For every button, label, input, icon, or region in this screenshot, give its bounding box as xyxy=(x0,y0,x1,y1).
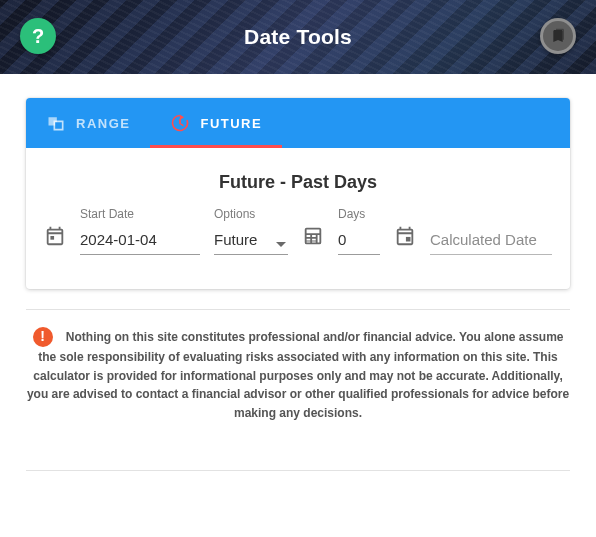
options-label: Options xyxy=(214,207,288,221)
options-select[interactable] xyxy=(214,227,288,255)
tab-future[interactable]: FUTURE xyxy=(150,98,282,148)
calendar-icon[interactable] xyxy=(44,225,66,255)
calculator-icon xyxy=(302,225,324,255)
future-icon xyxy=(170,113,190,133)
page-title: Date Tools xyxy=(0,0,596,74)
section-title: Future - Past Days xyxy=(44,166,552,207)
tab-future-label: FUTURE xyxy=(200,116,262,131)
tab-range[interactable]: RANGE xyxy=(26,98,150,148)
divider xyxy=(26,470,570,471)
start-date-label: Start Date xyxy=(80,207,200,221)
start-date-input[interactable] xyxy=(80,227,200,255)
bookmarks-button[interactable] xyxy=(540,18,576,54)
tab-bar: RANGE FUTURE xyxy=(26,98,570,148)
disclaimer-text: Nothing on this site constitutes profess… xyxy=(27,330,569,420)
fields-row: Start Date Options Days Calculated Date xyxy=(44,207,552,255)
date-tools-card: RANGE FUTURE Future - Past Days Start Da… xyxy=(26,98,570,289)
days-label: Days xyxy=(338,207,380,221)
disclaimer: ! Nothing on this site constitutes profe… xyxy=(26,328,570,422)
svg-rect-1 xyxy=(406,237,411,242)
hero-banner: ? Date Tools xyxy=(0,0,596,74)
bookmarks-icon xyxy=(550,28,566,44)
range-icon xyxy=(46,113,66,133)
event-icon xyxy=(394,225,416,255)
svg-rect-0 xyxy=(50,236,54,240)
calculated-date-output: Calculated Date xyxy=(430,227,552,255)
error-icon: ! xyxy=(33,327,53,347)
tab-range-label: RANGE xyxy=(76,116,130,131)
days-input[interactable] xyxy=(338,227,380,255)
